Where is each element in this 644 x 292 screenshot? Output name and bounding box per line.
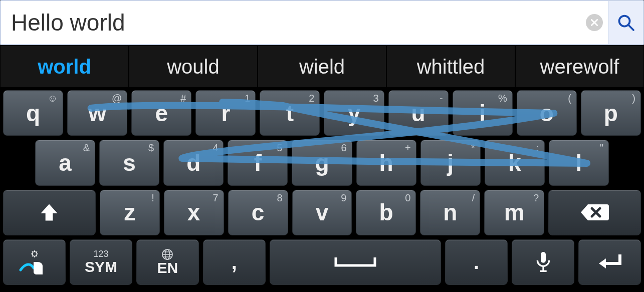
- key-g[interactable]: 6g: [292, 140, 352, 185]
- globe-icon: [161, 248, 173, 260]
- suggestion-bar: world would wield whittled werewolf: [0, 45, 644, 88]
- row2-right-pad: [613, 140, 641, 185]
- shift-icon: [38, 201, 60, 223]
- key-row-1: ☺q @w #e 1r 2t 3y -u %i (o )p: [3, 90, 641, 136]
- key-row-3: !z 7x 8c 9v 0b /n ?m: [3, 190, 641, 235]
- key-row-4: 123SYM EN , .: [3, 239, 641, 285]
- key-settings[interactable]: [3, 239, 66, 285]
- key-p[interactable]: )p: [581, 90, 641, 136]
- search-bar: [0, 0, 644, 45]
- svg-line-9: [32, 256, 33, 257]
- key-w[interactable]: @w: [67, 90, 127, 136]
- key-language[interactable]: EN: [136, 239, 199, 285]
- search-button[interactable]: [608, 1, 643, 44]
- suggestion-0[interactable]: world: [1, 46, 128, 87]
- key-a[interactable]: &a: [35, 140, 95, 185]
- suggestion-1[interactable]: would: [129, 46, 257, 87]
- mic-icon: [533, 250, 553, 274]
- svg-point-2: [33, 252, 37, 256]
- key-m[interactable]: ?m: [484, 190, 544, 235]
- clear-button[interactable]: [586, 14, 603, 31]
- svg-line-7: [32, 251, 33, 252]
- svg-line-10: [37, 251, 38, 252]
- key-d[interactable]: 4d: [163, 140, 224, 185]
- key-l[interactable]: "l: [549, 140, 609, 185]
- key-i[interactable]: %i: [453, 90, 513, 136]
- search-icon: [617, 14, 635, 32]
- key-q[interactable]: ☺q: [3, 90, 63, 136]
- svg-line-8: [37, 256, 38, 257]
- key-comma[interactable]: ,: [203, 239, 266, 285]
- key-e[interactable]: #e: [131, 90, 191, 136]
- key-symbols[interactable]: 123SYM: [70, 239, 132, 285]
- key-x[interactable]: 7x: [164, 190, 224, 235]
- key-c[interactable]: 8c: [228, 190, 288, 235]
- search-input[interactable]: [1, 9, 586, 36]
- key-n[interactable]: /n: [420, 190, 480, 235]
- key-mic[interactable]: [512, 239, 574, 285]
- key-space[interactable]: [270, 239, 441, 285]
- keyboard: ☺q @w #e 1r 2t 3y -u %i (o )p &a $s 4d 5…: [0, 88, 644, 292]
- suggestion-4[interactable]: werewolf: [516, 46, 643, 87]
- suggestion-2[interactable]: wield: [258, 46, 386, 87]
- key-period[interactable]: .: [445, 239, 508, 285]
- suggestion-3[interactable]: whittled: [387, 46, 515, 87]
- row2-left-pad: [3, 140, 31, 185]
- backspace-icon: [580, 202, 610, 222]
- key-row-2: &a $s 4d 5f 6g +h *j :k "l: [3, 140, 641, 185]
- space-icon: [333, 254, 378, 269]
- settings-swipe-icon: [17, 248, 52, 276]
- key-h[interactable]: +h: [356, 140, 416, 185]
- key-v[interactable]: 9v: [292, 190, 352, 235]
- key-r[interactable]: 1r: [195, 90, 256, 136]
- clear-icon: [591, 19, 598, 26]
- key-k[interactable]: :k: [485, 140, 545, 185]
- key-j[interactable]: *j: [420, 140, 481, 185]
- key-y[interactable]: 3y: [324, 90, 384, 136]
- enter-icon: [595, 251, 625, 272]
- key-b[interactable]: 0b: [356, 190, 416, 235]
- key-u[interactable]: -u: [388, 90, 449, 136]
- key-t[interactable]: 2t: [260, 90, 320, 136]
- key-enter[interactable]: [578, 239, 641, 285]
- svg-rect-14: [541, 252, 546, 263]
- key-backspace[interactable]: [548, 190, 641, 235]
- screen: world would wield whittled werewolf ☺q @…: [0, 0, 644, 292]
- key-s[interactable]: $s: [99, 140, 159, 185]
- key-z[interactable]: !z: [100, 190, 160, 235]
- svg-line-1: [628, 25, 633, 31]
- key-o[interactable]: (o: [517, 90, 577, 136]
- key-f[interactable]: 5f: [228, 140, 288, 185]
- key-shift[interactable]: [3, 190, 96, 235]
